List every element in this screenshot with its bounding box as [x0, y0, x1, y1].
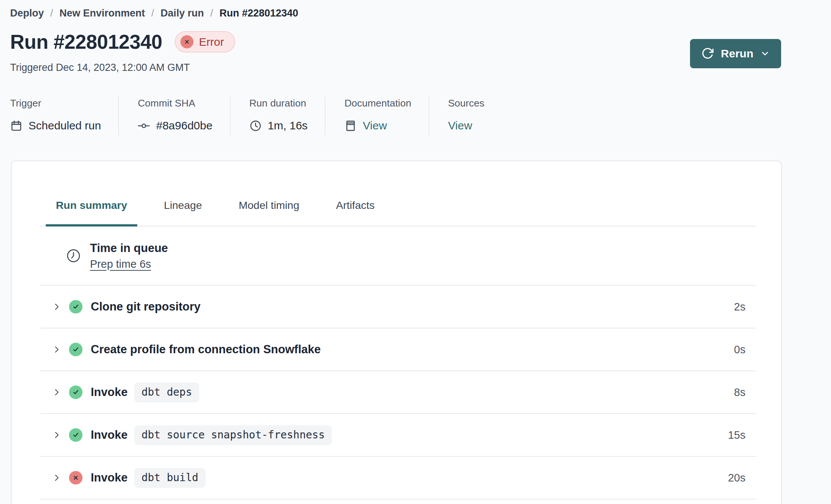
meta-trigger-value: Scheduled run — [28, 119, 101, 132]
chevron-right-icon[interactable] — [52, 302, 61, 311]
success-check-icon — [69, 428, 82, 442]
chevron-right-icon[interactable] — [52, 388, 61, 397]
status-badge: Error — [175, 31, 236, 52]
status-badge-label: Error — [199, 36, 224, 48]
step-row-dbt-deps[interactable]: Invoke dbt deps 8s — [40, 371, 756, 414]
meta-trigger: Trigger Scheduled run — [10, 96, 119, 136]
success-check-icon — [69, 386, 82, 399]
chevron-down-icon — [760, 49, 770, 58]
step-duration: 2s — [734, 301, 756, 313]
breadcrumb-item-environment[interactable]: New Environment — [60, 8, 145, 19]
step-duration: 20s — [728, 472, 756, 484]
x-circle-icon — [180, 35, 194, 48]
prep-time-link[interactable]: Prep time 6s — [90, 258, 151, 270]
command-chip: dbt source snapshot-freshness — [134, 425, 332, 445]
tab-bar: Run summary Lineage Model timing Artifac… — [40, 161, 756, 226]
breadcrumb-separator: / — [50, 8, 53, 19]
tab-model-timing[interactable]: Model timing — [229, 199, 310, 226]
meta-documentation: Documentation View — [326, 96, 429, 136]
meta-commit-label: Commit SHA — [138, 98, 212, 109]
step-row-dbt-build[interactable]: Invoke dbt build 20s — [40, 457, 756, 500]
command-chip: dbt build — [134, 468, 206, 488]
rerun-button[interactable]: Rerun — [690, 39, 781, 68]
step-row-clone-git[interactable]: Clone git repository 2s — [40, 286, 756, 328]
tab-artifacts[interactable]: Artifacts — [326, 199, 385, 226]
time-in-queue-title: Time in queue — [90, 242, 168, 255]
step-name: Clone git repository — [91, 300, 201, 314]
meta-sources: Sources View — [429, 96, 502, 136]
breadcrumb-separator: / — [152, 8, 154, 19]
clock-icon — [249, 120, 262, 132]
meta-run-duration: Run duration 1m, 16s — [231, 96, 326, 136]
run-details-card: Run summary Lineage Model timing Artifac… — [11, 160, 782, 504]
step-duration: 15s — [728, 429, 756, 441]
breadcrumb: Deploy / New Environment / Daily run / R… — [0, 0, 831, 19]
calendar-icon — [10, 120, 22, 132]
book-icon — [344, 120, 357, 132]
step-duration: 0s — [734, 344, 756, 356]
command-chip: dbt deps — [134, 382, 199, 402]
sources-view-link[interactable]: View — [448, 119, 472, 132]
meta-trigger-label: Trigger — [10, 98, 101, 109]
refresh-icon — [701, 47, 714, 60]
breadcrumb-item-deploy[interactable]: Deploy — [10, 8, 44, 19]
time-in-queue-section: Time in queue Prep time 6s — [40, 226, 756, 286]
documentation-view-link[interactable]: View — [363, 119, 387, 132]
tab-lineage[interactable]: Lineage — [154, 199, 212, 226]
step-row-create-profile[interactable]: Create profile from connection Snowflake… — [40, 328, 756, 371]
page-title: Run #228012340 — [10, 30, 162, 53]
meta-duration-value: 1m, 16s — [268, 119, 308, 132]
success-check-icon — [69, 300, 82, 314]
success-check-icon — [69, 343, 82, 356]
meta-sources-label: Sources — [448, 98, 484, 109]
step-row-dbt-source-freshness[interactable]: Invoke dbt source snapshot-freshness 15s — [40, 414, 756, 457]
step-name: Create profile from connection Snowflake — [91, 343, 321, 356]
meta-duration-label: Run duration — [249, 98, 308, 109]
git-commit-icon — [138, 120, 150, 132]
breadcrumb-item-current-run: Run #228012340 — [219, 8, 298, 19]
meta-commit-sha: Commit SHA #8a96d0be — [119, 96, 230, 136]
step-name: Invoke — [91, 428, 128, 442]
run-meta-row: Trigger Scheduled run Commit SHA #8a96d0… — [10, 96, 831, 136]
meta-commit-value: #8a96d0be — [156, 119, 212, 132]
meta-documentation-label: Documentation — [344, 98, 411, 109]
breadcrumb-separator: / — [210, 8, 213, 19]
error-x-icon — [69, 471, 82, 484]
step-name: Invoke — [91, 386, 128, 399]
chevron-right-icon[interactable] — [52, 473, 61, 482]
chevron-right-icon[interactable] — [52, 430, 61, 440]
breadcrumb-item-job[interactable]: Daily run — [160, 8, 204, 19]
chevron-right-icon[interactable] — [52, 345, 61, 354]
rerun-button-label: Rerun — [721, 47, 753, 60]
step-name: Invoke — [91, 471, 128, 484]
step-duration: 8s — [734, 386, 756, 399]
tab-run-summary[interactable]: Run summary — [46, 199, 137, 226]
clock-icon — [66, 248, 81, 263]
